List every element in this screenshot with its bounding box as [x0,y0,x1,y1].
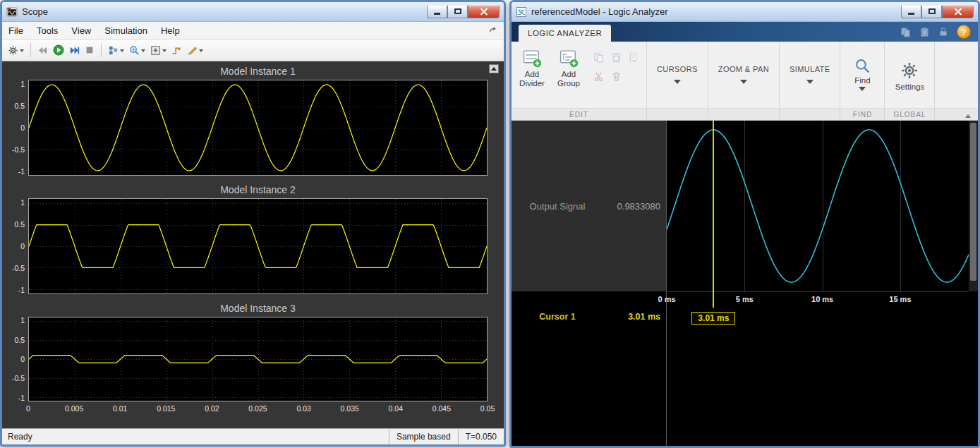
toolstrip-tabrow: LOGIC ANALYZER ? [512,22,978,42]
zoom-button[interactable] [128,42,147,59]
section-label-edit: EDIT [512,108,646,120]
la-titlebar[interactable]: referencedModel - Logic Analyzer [512,2,978,22]
find-icon [854,58,871,74]
copy-button[interactable] [590,48,607,67]
x-tick: 0.035 [341,404,359,413]
cursor-name-cell[interactable]: Cursor 1 [512,307,603,327]
qa-copy-icon[interactable] [900,27,911,37]
cursor-flag[interactable]: 3.01 ms [691,312,735,325]
chevron-down-icon [120,49,124,54]
fit-axes-button[interactable] [149,42,168,59]
plot-title-1: Model Instance 1 [28,63,488,80]
stop-button[interactable] [83,42,96,59]
plot-1: 1 0.5 0 -0.5 -1 [2,80,504,176]
cursors-dropdown[interactable]: CURSORS [649,44,706,108]
paste-button[interactable] [607,48,625,67]
logic-analyzer-app-icon [516,6,527,18]
chevron-down-icon [859,87,866,95]
y-tick: 1 [20,198,25,207]
section-label-global: GLOBAL [885,108,934,120]
step-forward-button[interactable] [68,42,81,59]
signal-value-cell: 0.9833080 [603,121,666,291]
trigger-button[interactable] [170,42,183,59]
y-tick: -0.5 [12,264,25,272]
menu-file[interactable]: File [8,25,23,36]
plot-canvas-3[interactable] [28,317,488,401]
signal-name-cell[interactable]: Output Signal [512,121,603,291]
close-button[interactable] [942,6,974,18]
add-group-label: Add Group [550,70,587,88]
minimize-button[interactable] [427,6,447,18]
plot-2: 1 0.5 0 -0.5 -1 [2,198,504,294]
simulate-dropdown[interactable]: SIMULATE [782,44,837,108]
x-tick: 0.025 [248,404,267,413]
chevron-down-icon [740,80,747,87]
find-button[interactable]: Find [842,44,882,108]
la-waveform-canvas[interactable] [667,121,969,291]
plot-canvas-1[interactable] [28,80,488,176]
y-tick: 0 [20,242,25,250]
qa-lock-icon[interactable] [938,27,948,37]
settings-button[interactable]: Settings [887,44,932,108]
highlight-block-button[interactable] [107,42,126,59]
y-axis-ticks: 1 0.5 0 -0.5 -1 [2,80,28,176]
maximize-button[interactable] [921,6,942,18]
dock-icon[interactable] [488,26,497,35]
simulate-label: SIMULATE [790,65,830,73]
help-button[interactable]: ? [957,25,971,39]
la-window-title: referencedModel - Logic Analyzer [531,6,668,17]
time-tick: 15 ms [889,295,911,303]
qa-paste-icon[interactable] [919,27,930,37]
menu-tools[interactable]: Tools [37,25,58,36]
help-label: ? [961,27,967,37]
x-tick: 0.03 [296,404,310,413]
cut-icon [593,71,604,82]
vertical-scrollbar[interactable] [969,121,978,291]
cursor-line[interactable] [713,121,714,308]
menu-view[interactable]: View [71,25,91,36]
status-ready: Ready [8,432,32,442]
menu-simulation[interactable]: Simulation [104,25,147,36]
delete-icon [611,71,622,82]
y-tick: 0 [20,355,25,363]
chevron-down-icon [20,49,24,54]
section-label-cursors [647,108,708,120]
measurements-button[interactable] [186,42,205,59]
y-tick: -0.5 [12,374,25,382]
y-tick: -0.5 [12,145,25,154]
menu-help[interactable]: Help [161,25,180,36]
time-tick: 10 ms [811,295,833,303]
scope-titlebar[interactable]: Scope [2,2,504,22]
minimize-button[interactable] [901,6,921,18]
expand-plot-icon[interactable] [489,64,499,73]
close-button[interactable] [468,6,500,18]
step-back-button[interactable] [36,42,49,59]
cut-button[interactable] [590,67,607,86]
y-tick: -1 [18,286,25,294]
scope-window-title: Scope [22,6,48,17]
duplicate-button[interactable] [625,48,643,67]
scope-settings-button[interactable] [6,42,25,59]
y-axis-ticks: 1 0.5 0 -0.5 -1 [2,317,28,401]
zoom-pan-label: ZOOM & PAN [718,65,769,73]
add-group-icon [559,49,579,68]
add-divider-label: Add Divider [514,70,550,88]
run-button[interactable] [52,42,66,59]
add-group-button[interactable]: Add Group [550,44,587,108]
x-tick: 0.01 [113,404,127,413]
scrollbar-thumb[interactable] [970,123,976,281]
collapse-toolstrip-icon[interactable] [965,111,971,118]
y-tick: 0.5 [14,336,25,344]
tab-logic-analyzer[interactable]: LOGIC ANALYZER [519,25,611,42]
chevron-down-icon [162,49,167,54]
y-axis-ticks: 1 0.5 0 -0.5 -1 [2,198,28,294]
signal-name-column: Output Signal Cursor 1 [512,121,603,446]
zoom-pan-dropdown[interactable]: ZOOM & PAN [710,44,777,108]
delete-button[interactable] [607,67,625,86]
chevron-down-icon [674,80,681,87]
time-tick: 5 ms [736,295,754,303]
plot-canvas-2[interactable] [28,198,488,294]
add-divider-button[interactable]: Add Divider [514,44,550,108]
duplicate-icon [629,52,639,63]
maximize-button[interactable] [447,6,468,18]
